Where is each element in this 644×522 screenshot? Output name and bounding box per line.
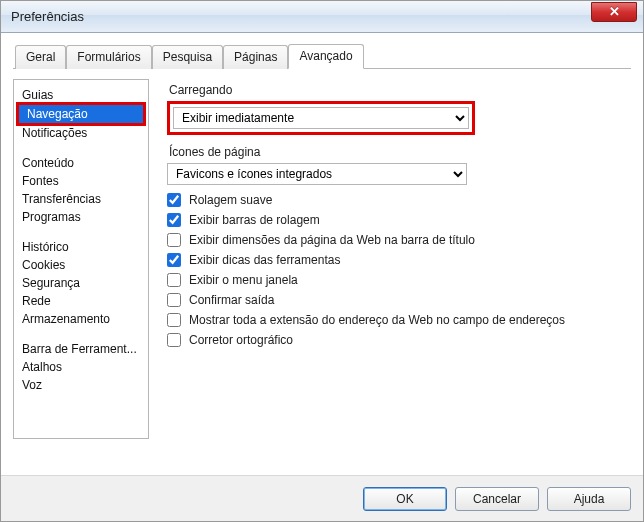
tab-pesquisa[interactable]: Pesquisa [152,45,223,69]
nav-item-atalhos[interactable]: Atalhos [14,358,148,376]
nav-group-4: Barra de Ferrament... Atalhos Voz [14,338,148,404]
nav-item-fontes[interactable]: Fontes [14,172,148,190]
nav-item-conteudo[interactable]: Conteúdo [14,154,148,172]
check-dimensoes-titulo-box[interactable] [167,233,181,247]
loading-select[interactable]: Exibir imediatamente [173,107,469,129]
check-dimensoes-titulo[interactable]: Exibir dimensões da página da Web na bar… [167,233,621,247]
nav-item-voz[interactable]: Voz [14,376,148,394]
settings-panel: Carregando Exibir imediatamente Ícones d… [149,79,631,465]
ok-button[interactable]: OK [363,487,447,511]
window-title: Preferências [11,9,589,24]
advanced-nav: Guias Navegação Notificações Conteúdo Fo… [13,79,149,439]
loading-label: Carregando [169,83,621,97]
nav-group-3: Histórico Cookies Segurança Rede Armazen… [14,236,148,338]
page-icons-label: Ícones de página [169,145,621,159]
nav-item-seguranca[interactable]: Segurança [14,274,148,292]
dialog-body: Geral Formulários Pesquisa Páginas Avanç… [1,33,643,475]
page-icons-select[interactable]: Favicons e ícones integrados [167,163,467,185]
check-corretor-ortografico-box[interactable] [167,333,181,347]
nav-group-1: Guias Navegação Notificações [14,84,148,152]
highlight-box-nav: Navegação [16,102,146,126]
tab-formularios[interactable]: Formulários [66,45,151,69]
titlebar: Preferências ✕ [1,1,643,33]
nav-item-historico[interactable]: Histórico [14,238,148,256]
main-area: Guias Navegação Notificações Conteúdo Fo… [13,69,631,475]
check-exibir-barras[interactable]: Exibir barras de rolagem [167,213,621,227]
check-dicas-ferramentas[interactable]: Exibir dicas das ferramentas [167,253,621,267]
close-button[interactable]: ✕ [591,2,637,22]
check-confirmar-saida[interactable]: Confirmar saída [167,293,621,307]
check-confirmar-saida-box[interactable] [167,293,181,307]
nav-item-programas[interactable]: Programas [14,208,148,226]
tab-paginas[interactable]: Páginas [223,45,288,69]
tab-geral[interactable]: Geral [15,45,66,69]
nav-item-cookies[interactable]: Cookies [14,256,148,274]
check-exibir-barras-box[interactable] [167,213,181,227]
nav-item-rede[interactable]: Rede [14,292,148,310]
check-corretor-ortografico[interactable]: Corretor ortográfico [167,333,621,347]
check-mostrar-endereco-box[interactable] [167,313,181,327]
nav-group-2: Conteúdo Fontes Transferências Programas [14,152,148,236]
check-mostrar-endereco[interactable]: Mostrar toda a extensão do endereço da W… [167,313,621,327]
button-bar: OK Cancelar Ajuda [1,475,643,521]
page-icons-select-wrap: Favicons e ícones integrados [167,163,467,185]
check-menu-janela[interactable]: Exibir o menu janela [167,273,621,287]
cancel-button[interactable]: Cancelar [455,487,539,511]
preferences-dialog: Preferências ✕ Geral Formulários Pesquis… [0,0,644,522]
checkbox-list: Rolagem suave Exibir barras de rolagem E… [167,193,621,347]
nav-item-barra-ferramentas[interactable]: Barra de Ferrament... [14,340,148,358]
nav-item-armazenamento[interactable]: Armazenamento [14,310,148,328]
nav-item-notificacoes[interactable]: Notificações [14,124,148,142]
check-dicas-ferramentas-box[interactable] [167,253,181,267]
nav-item-navegacao[interactable]: Navegação [19,105,143,123]
close-icon: ✕ [609,5,620,18]
highlight-box-select: Exibir imediatamente [167,101,475,135]
help-button[interactable]: Ajuda [547,487,631,511]
tab-row: Geral Formulários Pesquisa Páginas Avanç… [13,43,631,69]
tab-avancado[interactable]: Avançado [288,44,363,69]
nav-item-transferencias[interactable]: Transferências [14,190,148,208]
check-rolagem-suave[interactable]: Rolagem suave [167,193,621,207]
check-menu-janela-box[interactable] [167,273,181,287]
check-rolagem-suave-box[interactable] [167,193,181,207]
